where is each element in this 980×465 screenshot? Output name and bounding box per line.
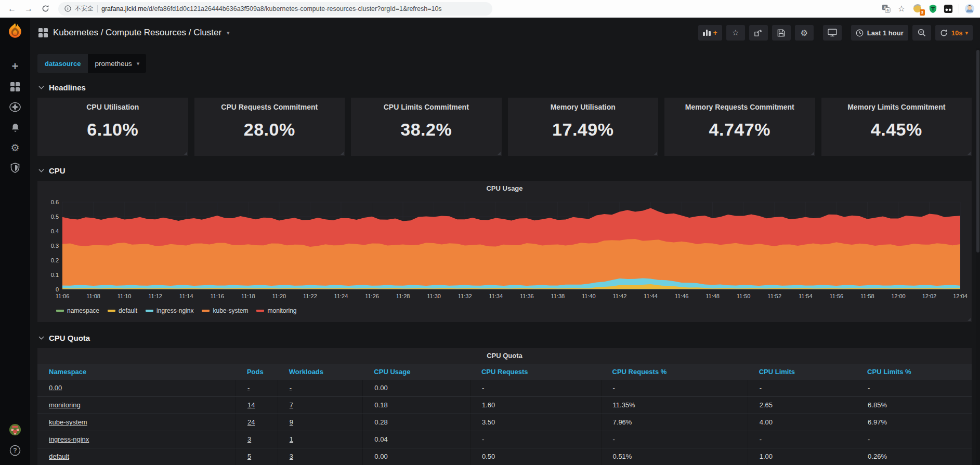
sidebar-item-dashboards[interactable] — [9, 81, 21, 93]
scrollbar[interactable] — [976, 48, 980, 465]
sidebar-item-server-admin[interactable] — [9, 162, 21, 174]
save-dashboard-button[interactable] — [772, 25, 791, 41]
legend-color-dash — [56, 310, 64, 312]
cpu-quota-panel[interactable]: CPU Quota Namespace Pods Workloads CPU U… — [37, 348, 972, 465]
area-series-kube-system — [62, 239, 960, 289]
x-tick-label: 12:00 — [891, 293, 906, 299]
grafana-app: + ⚙ ? — [0, 18, 980, 465]
table-cell[interactable]: 0.00 — [37, 380, 236, 396]
extension-tampermonkey-icon[interactable] — [943, 4, 953, 14]
table-cell[interactable]: 24 — [236, 414, 278, 431]
browser-reload-button[interactable] — [38, 2, 52, 16]
column-header-cpu-limits-pct[interactable]: CPU Limits % — [856, 364, 972, 380]
section-header-cpu-quota[interactable]: CPU Quota — [37, 331, 972, 344]
sidebar-item-explore[interactable] — [9, 101, 21, 113]
datasource-picker[interactable]: datasource prometheus▾ — [37, 54, 146, 73]
table-cell[interactable]: 3 — [278, 448, 363, 465]
stat-panel-cpu-requests-commitment[interactable]: CPU Requests Commitment 28.0% — [194, 98, 345, 156]
table-row: kube-system2490.283.507.96%4.006.97% — [37, 414, 972, 431]
stat-panel-memory-utilisation[interactable]: Memory Utilisation 17.49% — [508, 98, 659, 156]
dashboard-icon — [38, 28, 48, 37]
zoom-out-time-button[interactable] — [912, 25, 931, 41]
table-cell[interactable]: 9 — [278, 414, 363, 431]
time-range-picker[interactable]: Last 1 hour — [851, 25, 908, 41]
sidebar-item-configuration[interactable]: ⚙ — [9, 141, 21, 154]
stat-value: 4.45% — [871, 119, 922, 140]
y-tick-label: 0.3 — [51, 243, 59, 249]
extension-proxy-icon[interactable]: 3 — [912, 4, 922, 14]
refresh-button[interactable]: 10s ▾ — [935, 25, 973, 41]
browser-back-button[interactable]: ← — [5, 2, 19, 16]
cpu-usage-panel[interactable]: CPU Usage 00.10.20.30.40.50.611:0611:081… — [37, 181, 972, 322]
stat-panel-cpu-utilisation[interactable]: CPU Utilisation 6.10% — [37, 98, 188, 156]
x-tick-label: 11:56 — [829, 293, 843, 299]
extension-shield-icon[interactable] — [927, 4, 938, 14]
sidebar-item-create[interactable]: + — [9, 60, 21, 73]
table-cell: 6.85% — [856, 397, 972, 414]
user-avatar[interactable] — [9, 423, 21, 436]
browser-profile-avatar[interactable] — [964, 4, 975, 14]
table-cell[interactable]: default — [37, 448, 236, 465]
column-header-namespace[interactable]: Namespace — [37, 364, 236, 380]
cycle-view-mode-button[interactable] — [823, 25, 842, 41]
stat-panel-cpu-limits-commitment[interactable]: CPU Limits Commitment 38.2% — [351, 98, 502, 156]
table-cell[interactable]: 5 — [236, 448, 278, 465]
table-cell[interactable]: 1 — [278, 431, 363, 448]
mark-favorite-button[interactable]: ☆ — [726, 25, 745, 41]
dashboard-title-button[interactable]: Kubernetes / Compute Resources / Cluster… — [38, 28, 230, 38]
table-cell: - — [601, 380, 748, 396]
chevron-down-icon — [38, 169, 44, 172]
legend-item-monitoring[interactable]: monitoring — [256, 307, 296, 314]
legend-item-ingress-nginx[interactable]: ingress-nginx — [146, 307, 193, 314]
dashboard-scroll-area[interactable]: datasource prometheus▾ Headlines CPU Uti… — [30, 48, 976, 465]
dashboard-settings-button[interactable]: ⚙ — [795, 25, 814, 41]
panel-title: Memory Requests Commitment — [685, 103, 794, 111]
table-cell[interactable]: - — [236, 380, 278, 396]
browser-toolbar: ← → 不安全 grafana.jicki.me/d/efa86fd1d0c12… — [0, 0, 980, 18]
panel-title: CPU Limits Commitment — [384, 103, 469, 111]
table-cell: - — [470, 431, 601, 448]
legend-item-default[interactable]: default — [108, 307, 137, 314]
column-header-cpu-limits[interactable]: CPU Limits — [748, 364, 856, 380]
table-cell[interactable]: kube-system — [37, 414, 236, 431]
x-tick-label: 11:36 — [520, 293, 534, 299]
column-header-pods[interactable]: Pods — [236, 364, 278, 380]
column-header-cpu-usage[interactable]: CPU Usage — [362, 364, 470, 380]
table-cell[interactable]: 3 — [236, 431, 278, 448]
translate-icon[interactable]: Aa — [881, 4, 891, 14]
x-tick-label: 12:04 — [953, 293, 968, 299]
table-cell[interactable]: - — [278, 380, 363, 396]
share-dashboard-button[interactable] — [749, 25, 768, 41]
table-cell: 7.96% — [601, 414, 748, 431]
scrollbar-thumb[interactable] — [976, 50, 979, 253]
table-cell[interactable]: monitoring — [37, 397, 236, 414]
table-cell: - — [601, 431, 748, 448]
legend-item-kube-system[interactable]: kube-system — [202, 307, 248, 314]
table-cell: 11.35% — [601, 397, 748, 414]
table-cell: 0.00 — [362, 448, 470, 465]
table-cell[interactable]: 14 — [236, 397, 278, 414]
section-header-headlines[interactable]: Headlines — [37, 81, 972, 94]
stat-panel-memory-limits-commitment[interactable]: Memory Limits Commitment 4.45% — [821, 98, 972, 156]
add-panel-button[interactable]: + — [698, 25, 722, 41]
table-cell[interactable]: 7 — [278, 397, 363, 414]
grafana-logo[interactable] — [0, 18, 30, 45]
bookmark-star-icon[interactable]: ☆ — [896, 4, 907, 14]
cpu-usage-svg[interactable]: 00.10.20.30.40.50.611:0611:0811:1011:121… — [41, 194, 969, 304]
time-range-label: Last 1 hour — [867, 29, 904, 37]
table-cell: 1.60 — [470, 397, 601, 414]
browser-address-bar[interactable]: 不安全 grafana.jicki.me/d/efa86fd1d0c121a26… — [58, 2, 492, 16]
stat-panel-memory-requests-commitment[interactable]: Memory Requests Commitment 4.747% — [664, 98, 815, 156]
column-header-cpu-requests-pct[interactable]: CPU Requests % — [601, 364, 748, 380]
cpu-usage-chart[interactable]: 00.10.20.30.40.50.611:0611:0811:1011:121… — [41, 194, 969, 304]
help-icon[interactable]: ? — [9, 444, 21, 457]
table-cell[interactable]: ingress-nginx — [37, 431, 236, 448]
sidebar-item-alerting[interactable] — [9, 121, 21, 134]
screen: ← → 不安全 grafana.jicki.me/d/efa86fd1d0c12… — [0, 0, 980, 465]
panel-title: CPU Utilisation — [86, 103, 139, 111]
column-header-cpu-requests[interactable]: CPU Requests — [470, 364, 601, 380]
section-header-cpu[interactable]: CPU — [37, 164, 972, 177]
column-header-workloads[interactable]: Workloads — [278, 364, 363, 380]
browser-forward-button[interactable]: → — [22, 2, 35, 16]
legend-item-namespace[interactable]: namespace — [56, 307, 99, 314]
